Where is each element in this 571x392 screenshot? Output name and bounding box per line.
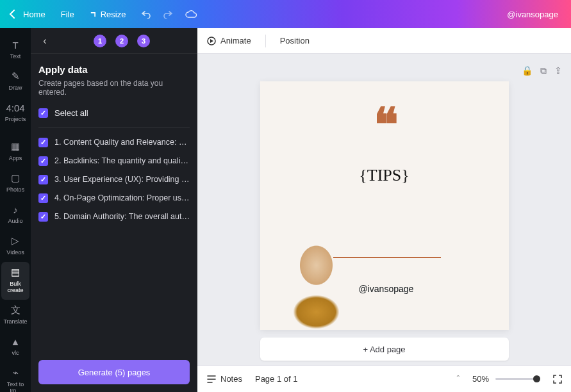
checkbox-icon (38, 138, 48, 147)
add-page-button[interactable]: + Add page (260, 338, 509, 361)
checkbox-icon (38, 108, 48, 118)
bulk-create-panel: ‹ 1 2 3 Apply data Create pages based on… (31, 28, 197, 392)
clock-icon: 4:04 (1, 101, 29, 114)
rail-bulk-create[interactable]: ▤Bulk create (1, 262, 29, 300)
rail-vlc[interactable]: ▲vlc (1, 331, 29, 363)
videos-icon: ▷ (1, 234, 29, 247)
user-handle[interactable]: @ivansopage (507, 10, 558, 19)
panel-subtitle: Create pages based on the data you enter… (38, 79, 190, 97)
text-icon: T (1, 38, 29, 51)
data-item-list: 1. Content Quality and Relevance: High-q… (38, 138, 190, 222)
duplicate-icon[interactable]: ⧉ (540, 65, 547, 76)
animate-icon (206, 36, 217, 46)
vlc-icon: ▲ (1, 335, 29, 348)
separator (265, 35, 266, 47)
step-3[interactable]: 3 (137, 35, 150, 47)
page-handle-text[interactable]: @ivansopage (359, 284, 414, 294)
zoom-thumb[interactable] (533, 375, 540, 382)
page-counter[interactable]: Page 1 of 1 (255, 374, 298, 384)
cloud-sync-icon[interactable] (185, 10, 197, 19)
main-area: Animate Position 🔒 ⧉ ⇪ ❝ {TIPS} @ivansop… (197, 28, 571, 392)
step-2[interactable]: 2 (115, 35, 128, 47)
select-all-checkbox[interactable]: Select all (38, 106, 190, 127)
undo-icon[interactable] (141, 10, 151, 19)
resize-button[interactable]: Resize (90, 10, 126, 19)
rail-text[interactable]: TText (1, 35, 29, 66)
canvas-toolbar: Animate Position (197, 28, 571, 54)
notes-button[interactable]: Notes (206, 374, 242, 384)
data-item[interactable]: 4. On-Page Optimization: Proper use of r… (38, 193, 190, 203)
photos-icon: ▢ (1, 172, 29, 184)
select-all-label: Select all (54, 108, 88, 118)
canvas-wrap: 🔒 ⧉ ⇪ ❝ {TIPS} @ivansopage + Add page (197, 54, 571, 365)
zoom-value[interactable]: 50% (472, 374, 489, 384)
zoom-control: 50% (472, 374, 540, 384)
quote-icon: ❝ (374, 113, 395, 136)
position-button[interactable]: Position (280, 36, 310, 45)
scroll-up-icon[interactable]: ˆ (457, 374, 459, 384)
data-item[interactable]: 3. User Experience (UX): Providing a goo… (38, 175, 190, 184)
data-item[interactable]: 5. Domain Authority: The overall authori… (38, 212, 190, 222)
rail-projects[interactable]: 4:04Projects (1, 97, 29, 129)
side-rail: TText ✎Draw 4:04Projects ▦Apps ▢Photos ♪… (0, 28, 31, 392)
lock-icon[interactable]: 🔒 (522, 65, 533, 76)
data-item[interactable]: 1. Content Quality and Relevance: High-q… (38, 138, 190, 147)
rail-apps[interactable]: ▦Apps (1, 136, 29, 168)
rail-videos[interactable]: ▷Videos (1, 231, 29, 262)
text-to-image-icon: ⌁ (1, 366, 29, 379)
home-button[interactable]: Home (23, 10, 46, 19)
rail-translate[interactable]: 文Translate (1, 300, 29, 331)
portrait-image[interactable] (270, 240, 354, 330)
resize-label: Resize (101, 10, 126, 19)
step-1[interactable]: 1 (94, 35, 106, 47)
rail-draw[interactable]: ✎Draw (1, 66, 29, 97)
footer-bar: Notes Page 1 of 1 ˆ 50% (197, 365, 571, 392)
generate-pages-button[interactable]: Generate (5) pages (38, 360, 190, 384)
draw-icon: ✎ (1, 70, 29, 83)
step-indicator: 1 2 3 (53, 35, 191, 47)
bulk-create-icon: ▤ (1, 266, 29, 279)
zoom-slider[interactable] (495, 378, 540, 380)
tips-placeholder[interactable]: {TIPS} (260, 166, 509, 185)
redo-icon[interactable] (163, 10, 173, 19)
checkbox-icon (38, 175, 48, 184)
apps-icon: ▦ (1, 140, 29, 153)
translate-icon: 文 (1, 304, 29, 316)
panel-title: Apply data (38, 64, 190, 75)
top-bar: Home File Resize @ivansopage (0, 0, 571, 28)
rail-text-to-image[interactable]: ⌁Text to Im... (1, 363, 29, 392)
checkbox-icon (38, 212, 48, 222)
panel-back-icon[interactable]: ‹ (37, 33, 53, 49)
data-item[interactable]: 2. Backlinks: The quantity and quality o… (38, 156, 190, 166)
back-icon[interactable] (9, 10, 15, 19)
export-icon[interactable]: ⇪ (554, 65, 562, 76)
page-action-icons: 🔒 ⧉ ⇪ (522, 65, 562, 76)
fullscreen-icon[interactable] (553, 375, 562, 384)
rail-photos[interactable]: ▢Photos (1, 168, 29, 199)
notes-icon (206, 375, 217, 384)
design-page[interactable]: ❝ {TIPS} @ivansopage (260, 81, 509, 330)
audio-icon: ♪ (1, 203, 29, 216)
file-menu[interactable]: File (61, 10, 74, 19)
checkbox-icon (38, 156, 48, 166)
rail-audio[interactable]: ♪Audio (1, 199, 29, 231)
checkbox-icon (38, 193, 48, 203)
animate-button[interactable]: Animate (206, 36, 251, 46)
